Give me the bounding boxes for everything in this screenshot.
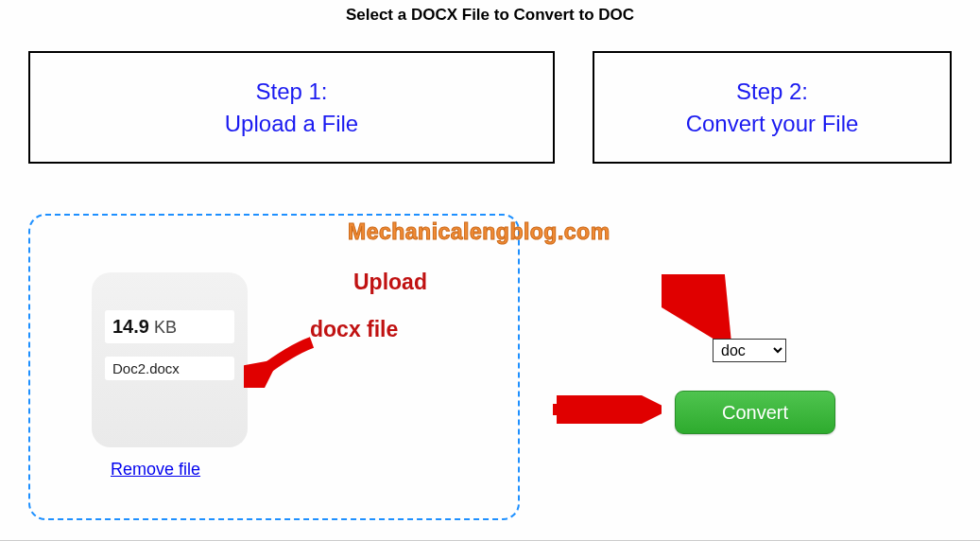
output-format-select[interactable]: doc <box>713 339 786 362</box>
remove-file-link[interactable]: Remove file <box>111 460 200 480</box>
annotation-upload-label-2: docx file <box>310 317 398 342</box>
arrow-to-file-icon <box>244 331 319 388</box>
page-title: Select a DOCX File to Convert to DOC <box>0 0 980 32</box>
step-1-box: Step 1: Upload a File <box>28 51 555 164</box>
file-name: Doc2.docx <box>105 357 234 380</box>
step-2-subtitle: Convert your File <box>604 108 940 140</box>
step-1-subtitle: Upload a File <box>40 108 543 140</box>
step-2-title: Step 2: <box>604 76 940 108</box>
file-size-value: 14.9 <box>112 316 149 337</box>
arrow-to-convert-icon <box>548 395 662 424</box>
uploaded-file-card: 14.9 KB Doc2.docx <box>92 272 248 447</box>
step-2-box: Step 2: Convert your File <box>593 51 952 164</box>
convert-button[interactable]: Convert <box>675 391 835 434</box>
file-size-box: 14.9 KB <box>105 310 234 343</box>
annotation-upload-label-1: Upload <box>353 270 427 295</box>
steps-row: Step 1: Upload a File Step 2: Convert yo… <box>0 32 980 173</box>
arrow-to-select-icon <box>662 274 737 345</box>
watermark-text: Mechanicalengblog.com <box>348 219 610 245</box>
file-size-unit: KB <box>149 318 177 337</box>
step-1-title: Step 1: <box>40 76 543 108</box>
